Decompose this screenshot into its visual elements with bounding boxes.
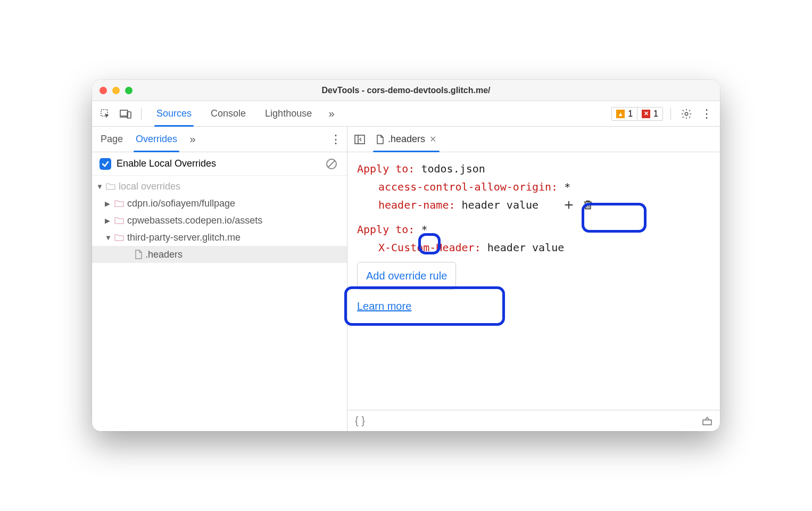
apply-to-target-2[interactable]: * <box>421 223 427 236</box>
tree-root[interactable]: ▼ local overrides <box>92 178 347 195</box>
devtools-window: DevTools - cors-demo-devtools.glitch.me/… <box>92 80 720 431</box>
svg-point-3 <box>685 112 688 116</box>
coverage-icon[interactable] <box>702 416 712 426</box>
collapse-arrow-icon: ▶ <box>105 217 111 225</box>
enable-overrides-label: Enable Local Overrides <box>117 158 216 169</box>
pretty-print-icon[interactable]: { } <box>355 415 365 427</box>
editor-tabs: .headers ✕ <box>347 127 720 152</box>
folder-icon <box>114 217 124 224</box>
tree-root-label: local overrides <box>119 181 180 192</box>
editor-panel: .headers ✕ Apply to: todos.json access-c… <box>347 127 720 431</box>
navigator-menu-icon[interactable]: ⋮ <box>328 131 344 147</box>
window-titlebar: DevTools - cors-demo-devtools.glitch.me/ <box>92 80 720 101</box>
subtab-overrides[interactable]: Overrides <box>130 127 183 152</box>
header-name-1[interactable]: access-control-allow-origin <box>378 180 551 193</box>
window-title: DevTools - cors-demo-devtools.glitch.me/ <box>92 86 720 95</box>
add-header-icon[interactable] <box>563 199 575 211</box>
navigator-tabs: Page Overrides » ⋮ <box>92 127 347 152</box>
collapse-arrow-icon: ▶ <box>105 200 111 208</box>
more-subtabs-icon[interactable]: » <box>185 131 201 147</box>
tab-console[interactable]: Console <box>203 101 253 127</box>
apply-to-target-1[interactable]: todos.json <box>421 162 485 175</box>
more-tabs-icon[interactable]: » <box>324 106 339 122</box>
subtab-page[interactable]: Page <box>95 127 128 152</box>
tree-folder-1-label: cdpn.io/sofiayem/fullpage <box>127 198 235 209</box>
header-name-2[interactable]: header-name <box>378 199 449 211</box>
main-body: Page Overrides » ⋮ Enable Local Override… <box>92 127 720 431</box>
svg-rect-6 <box>703 420 711 425</box>
inspect-element-icon[interactable] <box>97 106 113 122</box>
kebab-menu-icon[interactable]: ⋮ <box>699 106 715 122</box>
settings-icon[interactable] <box>678 106 694 122</box>
tree-file-headers[interactable]: .headers <box>92 246 347 263</box>
error-icon: ✕ <box>642 110 650 118</box>
headers-editor[interactable]: Apply to: todos.json access-control-allo… <box>347 152 720 410</box>
warning-icon: ▲ <box>616 110 625 118</box>
header-value-2[interactable]: header value <box>462 199 539 211</box>
errors-badge[interactable]: ✕ 1 <box>637 108 662 120</box>
editor-tab-headers[interactable]: .headers ✕ <box>371 127 442 152</box>
navigator-panel: Page Overrides » ⋮ Enable Local Override… <box>92 127 347 431</box>
apply-to-label: Apply to <box>357 162 408 175</box>
divider <box>670 108 671 120</box>
divider <box>141 108 142 120</box>
learn-more-link[interactable]: Learn more <box>357 297 411 315</box>
file-icon <box>376 135 384 144</box>
errors-count: 1 <box>653 109 658 119</box>
tab-sources[interactable]: Sources <box>149 101 199 127</box>
svg-rect-1 <box>120 110 128 116</box>
tab-lighthouse[interactable]: Lighthouse <box>258 101 319 127</box>
editor-statusbar: { } <box>347 410 720 431</box>
close-tab-icon[interactable]: ✕ <box>429 134 436 144</box>
toggle-navigator-icon[interactable] <box>352 131 368 147</box>
tree-file-label: .headers <box>145 249 183 260</box>
expand-arrow-icon: ▼ <box>105 234 111 242</box>
warnings-count: 1 <box>628 109 633 119</box>
header-name-3[interactable]: X-Custom-Header <box>378 241 475 254</box>
tree-folder-1[interactable]: ▶ cdpn.io/sofiayem/fullpage <box>92 195 347 212</box>
folder-icon <box>114 200 124 207</box>
header-value-3[interactable]: header value <box>487 241 565 254</box>
tree-folder-2[interactable]: ▶ cpwebassets.codepen.io/assets <box>92 212 347 229</box>
tree-folder-2-label: cpwebassets.codepen.io/assets <box>127 215 262 226</box>
tree-folder-3-label: third-party-server.glitch.me <box>127 232 241 243</box>
add-override-rule-button[interactable]: Add override rule <box>357 262 456 290</box>
enable-overrides-checkbox[interactable] <box>100 158 111 170</box>
tree-folder-3[interactable]: ▼ third-party-server.glitch.me <box>92 229 347 246</box>
clear-overrides-icon[interactable] <box>324 156 339 172</box>
enable-overrides-row: Enable Local Overrides <box>92 152 347 176</box>
folder-icon <box>106 183 115 190</box>
delete-header-icon[interactable] <box>582 199 594 211</box>
issue-badges[interactable]: ▲ 1 ✕ 1 <box>611 107 663 121</box>
device-toolbar-icon[interactable] <box>118 106 134 122</box>
editor-tab-label: .headers <box>388 134 425 145</box>
apply-to-label-2: Apply to <box>357 223 408 236</box>
folder-icon <box>114 234 124 241</box>
file-icon <box>135 250 142 259</box>
file-tree: ▼ local overrides ▶ cdpn.io/sofiayem/ful… <box>92 176 347 265</box>
main-toolbar: Sources Console Lighthouse » ▲ 1 ✕ 1 ⋮ <box>92 101 720 127</box>
warnings-badge[interactable]: ▲ 1 <box>612 108 637 120</box>
header-value-1[interactable]: * <box>564 180 570 193</box>
expand-arrow-icon: ▼ <box>96 183 103 191</box>
